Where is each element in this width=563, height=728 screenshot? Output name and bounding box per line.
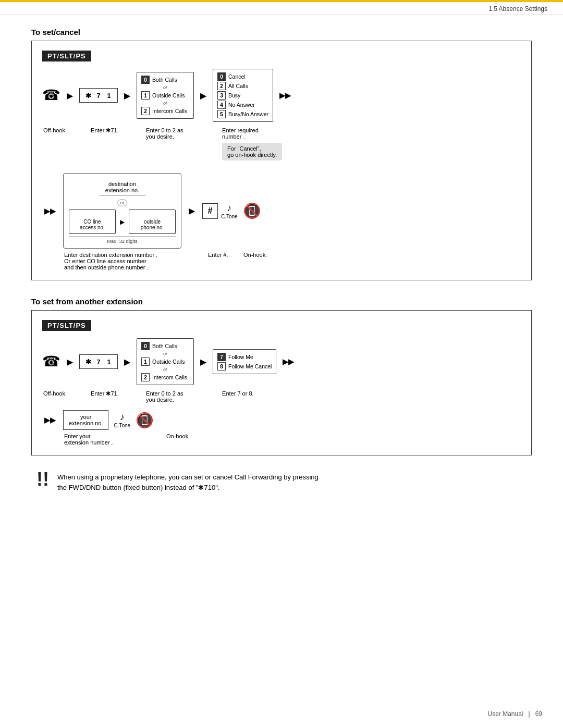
s2-or1: or <box>141 351 189 356</box>
co-row: CO line access no. ▶ outside phone no. <box>69 209 176 234</box>
enter-dest-label: Enter destination extension number . Or … <box>64 252 168 270</box>
s2-tone-icon: ♪ <box>120 412 125 423</box>
footer-separator: | <box>529 710 530 718</box>
star-key: ✱ <box>83 90 93 101</box>
note-section: !! When using a proprietary telephone, y… <box>31 470 532 492</box>
onhook-item1: 📵 <box>243 202 261 219</box>
s2-key-7: 7 <box>93 356 104 367</box>
s2-or2: or <box>141 367 189 372</box>
hash-ctone-group: # ♪ C.Tone <box>202 203 238 219</box>
option-both-calls: 0 Both Calls <box>141 76 189 84</box>
s2-key-1: 1 <box>104 356 114 367</box>
s2-ctone-label: C.Tone <box>114 423 130 428</box>
section1-diagram: PT/SLT/PS ☎ ▶ ✱ 7 1 ▶ 0 <box>31 41 532 280</box>
s2-call-options-box: 0 Both Calls or 1 Outside Calls or 2 Int… <box>137 338 194 385</box>
s2-labels-row1: Off-hook. Enter ✱71. Enter 0 to 2 as you… <box>42 390 521 403</box>
opt-follow-cancel: Follow Me Cancel <box>228 363 272 369</box>
opt-label-outside: Outside Calls <box>152 92 185 98</box>
s2-onhook-icon: 📵 <box>136 412 154 429</box>
option-busy-no-answer: 5 Busy/No Answer <box>217 110 268 118</box>
s2-lower-labels: Enter your extension number . On-hook. <box>42 433 521 446</box>
opt-num-5: 5 <box>217 110 226 118</box>
opt-num-8: 8 <box>217 362 226 371</box>
note-symbol: !! <box>36 470 49 489</box>
option-cancel: 0 Cancel <box>217 72 268 81</box>
option-intercom-calls: 2 Intercom Calls <box>141 107 189 115</box>
s2-call-type-options: 0 Both Calls or 1 Outside Calls or 2 Int… <box>137 338 194 385</box>
opt-follow-me: Follow Me <box>228 354 253 360</box>
arrow1: ▶ <box>67 91 73 101</box>
opt-num-2-2: 2 <box>217 82 226 90</box>
s2-dbl-arrow2: ▶▶ <box>44 416 56 424</box>
or2: or <box>141 101 189 106</box>
section2-title: To set from another extension <box>31 297 532 306</box>
arrow4: ▶ <box>189 206 195 216</box>
footer-left: User Manual <box>487 710 523 718</box>
dbl-arrow1: ▶▶ <box>279 91 291 100</box>
labels-row1: Off-hook. Enter ✱71. Enter 0 to 2 as you… <box>42 127 521 161</box>
co-arrow: ▶ <box>120 218 125 226</box>
tone-icon: ♪ <box>227 203 231 214</box>
key-7: 7 <box>93 90 104 101</box>
s2-enter-ext-label: Enter your extension number . <box>64 433 127 446</box>
ext-text: your extension no. <box>69 414 103 426</box>
lower-labels-row: Enter destination extension number . Or … <box>42 252 521 270</box>
ext-box: your extension no. <box>63 410 108 430</box>
s2-enter71-label: Enter ✱71. <box>91 390 127 403</box>
opt-num-0-2: 0 <box>217 72 226 81</box>
opt-num-2-1: 2 <box>141 107 150 115</box>
option-follow-cancel: 8 Follow Me Cancel <box>217 362 272 371</box>
section2-badge: PT/SLT/PS <box>42 320 91 331</box>
s2-opt-intercom: Intercom Calls <box>152 374 187 380</box>
option-all-calls: 2 All Calls <box>217 82 268 90</box>
s2-opt-2: 2 <box>141 373 150 381</box>
call-options-box: 0 Both Calls or 1 Outside Calls or 2 Int… <box>137 72 194 119</box>
opt-num-0-1: 0 <box>141 76 150 84</box>
outside-text: outside phone no. <box>141 219 164 230</box>
required-col: Enter required number . For "Cancel", go… <box>222 127 282 161</box>
s2-key-sequence-71: ✱ 7 1 <box>79 354 118 369</box>
s2-opt-1: 1 <box>141 357 150 366</box>
required-label: Enter required number . <box>222 127 282 140</box>
co-line-box: CO line access no. <box>69 209 116 234</box>
cancel-note: For "Cancel", go on-hook directly. <box>222 143 282 161</box>
arrow2: ▶ <box>124 91 130 101</box>
s2-option-both: 0 Both Calls <box>141 342 189 350</box>
section2-flow-row1: ☎ ▶ ✱ 7 1 ▶ 0 Both Calls or <box>42 338 521 385</box>
s2-offhook-label: Off-hook. <box>43 390 67 403</box>
opt-num-1-1: 1 <box>141 91 150 100</box>
page-footer: User Manual | 69 <box>487 710 542 718</box>
dest-box: destination extension no. <box>99 178 146 196</box>
options-label: Enter 0 to 2 as you desire. <box>146 127 203 161</box>
or1: or <box>141 85 189 90</box>
opt-label-both: Both Calls <box>152 77 177 83</box>
section2-flow-row2: ▶▶ your extension no. ♪ C.Tone 📵 <box>42 410 521 430</box>
onhook-phone-icon1: 📵 <box>243 202 261 219</box>
s2-arrow3: ▶ <box>200 357 206 367</box>
s2-options-label: Enter 0 to 2 as you desire. <box>146 390 203 403</box>
offhook-item: ☎ <box>42 88 60 103</box>
option-outside-calls: 1 Outside Calls <box>141 91 189 100</box>
ctone-item: ♪ C.Tone <box>221 203 238 219</box>
s2-onhook-label: On-hook. <box>166 433 190 446</box>
dest-group: destination extension no. or CO line acc… <box>63 173 181 249</box>
option-no-answer: 4 No Answer <box>217 101 268 109</box>
opt-label-busy-no: Busy/No Answer <box>228 111 268 117</box>
ctone-label: C.Tone <box>221 214 238 219</box>
s2-option-outside: 1 Outside Calls <box>141 357 189 366</box>
option-busy: 3 Busy <box>217 91 268 100</box>
arrow3: ▶ <box>200 91 206 101</box>
section-header: 1.5 Absence Settings <box>0 0 563 15</box>
opt-label-intercom: Intercom Calls <box>152 108 187 114</box>
req-options-box: 0 Cancel 2 All Calls 3 Busy 4 No Answer <box>213 69 273 122</box>
section-title: 1.5 Absence Settings <box>488 5 547 13</box>
opt-num-3: 3 <box>217 91 226 100</box>
call-type-options: 0 Both Calls or 1 Outside Calls or 2 Int… <box>137 72 194 119</box>
outside-box: outside phone no. <box>129 209 176 234</box>
s2-offhook-item: ☎ <box>42 354 60 369</box>
s2-opt-both: Both Calls <box>152 343 177 349</box>
s2-star-key: ✱ <box>83 356 93 367</box>
section1-title: To set/cancel <box>31 28 532 36</box>
required-num-options: 0 Cancel 2 All Calls 3 Busy 4 No Answer <box>213 69 273 122</box>
or-dest: or <box>117 199 127 206</box>
